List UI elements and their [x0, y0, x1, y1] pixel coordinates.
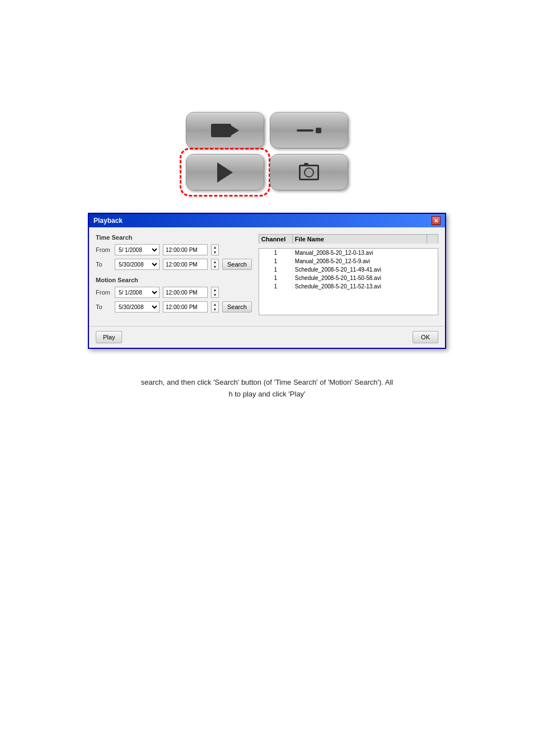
play-icon	[217, 162, 233, 183]
motion-from-spinner[interactable]: ▲ ▼	[211, 287, 219, 298]
camera-button[interactable]	[186, 112, 264, 148]
spinner-down-4[interactable]: ▼	[212, 307, 218, 312]
snapshot-button[interactable]	[270, 154, 348, 190]
time-from-label: From	[96, 246, 111, 253]
spinner-up-3[interactable]: ▲	[212, 287, 218, 292]
time-search-button[interactable]: Search	[222, 259, 252, 270]
spinner-up-4[interactable]: ▲	[212, 302, 218, 307]
filename-col-header: File Name	[293, 235, 427, 244]
time-from-spinner[interactable]: ▲ ▼	[211, 244, 219, 255]
file-name: Schedule_2008-5-20_11-52-13.avi	[293, 283, 438, 290]
dialog-footer: Play OK	[89, 326, 445, 348]
connect-button[interactable]	[270, 112, 348, 148]
dialog-close-button[interactable]: ✕	[432, 216, 441, 225]
camera-icon	[211, 122, 239, 139]
ok-btn[interactable]: OK	[413, 331, 438, 343]
dialog-titlebar: Playback ✕	[89, 214, 445, 227]
file-channel: 1	[259, 249, 293, 256]
time-to-label: To	[96, 261, 111, 268]
time-search-label: Time Search	[96, 234, 252, 241]
file-row[interactable]: 1 Manual_2008-5-20_12-0-13.avi	[259, 249, 438, 257]
motion-search-button[interactable]: Search	[222, 301, 252, 312]
file-channel: 1	[259, 283, 293, 290]
bottom-line2: h to play and click 'Play'	[56, 389, 478, 400]
file-row[interactable]: 1 Manual_2008-5-20_12-5-9.avi	[259, 257, 438, 265]
motion-from-row: From 5/ 1/2008 ▲ ▼	[96, 287, 252, 298]
time-to-spinner[interactable]: ▲ ▼	[211, 259, 219, 270]
button-grid	[186, 112, 348, 190]
motion-to-label: To	[96, 304, 111, 310]
motion-from-date[interactable]: 5/ 1/2008	[115, 287, 160, 298]
motion-to-date[interactable]: 5/30/2008	[115, 301, 160, 312]
file-row[interactable]: 1 Schedule_2008-5-20_11-52-13.avi	[259, 282, 438, 291]
motion-to-spinner[interactable]: ▲ ▼	[211, 301, 219, 312]
spinner-down[interactable]: ▼	[212, 250, 218, 255]
time-from-date[interactable]: 5/ 1/2008	[115, 244, 160, 255]
file-row[interactable]: 1 Schedule_2008-5-20_11-50-58.avi	[259, 274, 438, 282]
bottom-text: search, and then click 'Search' button (…	[0, 377, 534, 400]
play-button[interactable]	[186, 154, 264, 190]
file-name: Manual_2008-5-20_12-0-13.avi	[293, 249, 438, 256]
spinner-down-2[interactable]: ▼	[212, 264, 218, 269]
dialog-title: Playback	[93, 217, 123, 225]
spinner-down-3[interactable]: ▼	[212, 292, 218, 297]
spinner-up[interactable]: ▲	[212, 245, 218, 250]
snapshot-icon	[299, 165, 319, 180]
file-row[interactable]: 1 Schedule_2008-5-20_11-49-41.avi	[259, 265, 438, 274]
time-from-time[interactable]	[163, 244, 208, 255]
file-name: Schedule_2008-5-20_11-50-58.avi	[293, 274, 438, 282]
file-list-header: Channel File Name	[259, 234, 438, 244]
spinner-up-2[interactable]: ▲	[212, 259, 218, 264]
file-name: Manual_2008-5-20_12-5-9.avi	[293, 258, 438, 265]
time-to-time[interactable]	[163, 259, 208, 270]
motion-search-section: Motion Search From 5/ 1/2008 ▲ ▼ To	[96, 277, 252, 312]
playback-dialog: Playback ✕ Time Search From 5/ 1/2008	[88, 213, 446, 349]
motion-to-time[interactable]	[163, 301, 208, 312]
top-section	[0, 0, 534, 190]
file-list[interactable]: 1 Manual_2008-5-20_12-0-13.avi 1 Manual_…	[259, 248, 438, 315]
dialog-section: Playback ✕ Time Search From 5/ 1/2008	[0, 213, 534, 349]
time-to-row: To 5/30/2008 ▲ ▼ Search	[96, 259, 252, 270]
left-panel: Time Search From 5/ 1/2008 ▲ ▼ To	[96, 234, 252, 319]
motion-from-time[interactable]	[163, 287, 208, 298]
motion-from-label: From	[96, 289, 111, 296]
file-name: Schedule_2008-5-20_11-49-41.avi	[293, 266, 438, 273]
right-panel: Channel File Name 1 Manual_2008-5-20_12-…	[259, 234, 438, 319]
connect-icon	[297, 128, 321, 133]
time-to-date[interactable]: 5/30/2008	[115, 259, 160, 270]
file-channel: 1	[259, 274, 293, 282]
file-channel: 1	[259, 258, 293, 265]
channel-col-header: Channel	[259, 235, 293, 244]
motion-to-row: To 5/30/2008 ▲ ▼ Search	[96, 301, 252, 312]
motion-search-label: Motion Search	[96, 277, 252, 283]
action-col-header	[427, 235, 438, 244]
time-from-row: From 5/ 1/2008 ▲ ▼	[96, 244, 252, 255]
dialog-body: Time Search From 5/ 1/2008 ▲ ▼ To	[89, 227, 445, 326]
file-channel: 1	[259, 266, 293, 273]
time-search-section: Time Search From 5/ 1/2008 ▲ ▼ To	[96, 234, 252, 270]
bottom-line1: search, and then click 'Search' button (…	[56, 377, 478, 389]
play-btn[interactable]: Play	[96, 331, 122, 343]
